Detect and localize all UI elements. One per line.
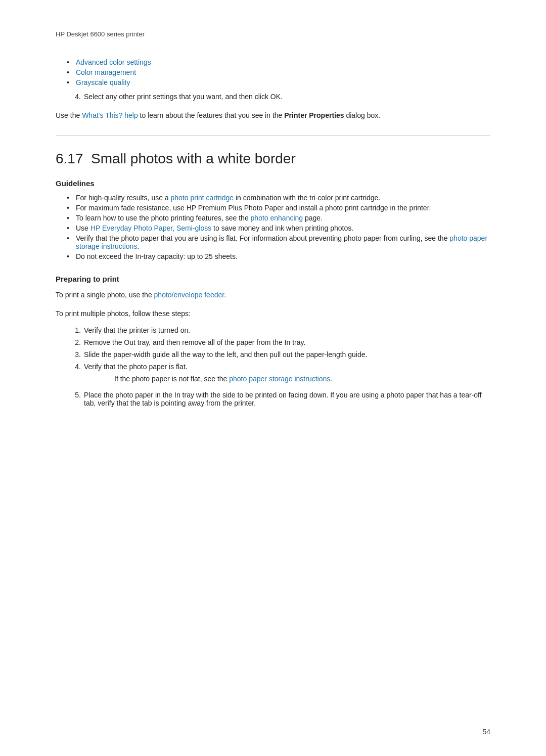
step-2-text: Remove the Out tray, and then remove all… bbox=[84, 338, 490, 346]
step-4-item: 4. Select any other print settings that … bbox=[71, 93, 490, 101]
step-4-number: 4. bbox=[71, 93, 81, 101]
guideline-item-4: Use HP Everyday Photo Paper, Semi-gloss … bbox=[76, 224, 490, 232]
whats-this-middle: to learn about the features that you see… bbox=[138, 111, 285, 119]
guideline-item-5: Verify that the photo paper that you are… bbox=[76, 234, 490, 250]
step-2-num: 2. bbox=[71, 338, 81, 346]
step-3: 3. Slide the paper-width guide all the w… bbox=[71, 350, 490, 359]
section-divider bbox=[56, 135, 490, 136]
photo-enhancing-link[interactable]: photo enhancing bbox=[251, 214, 303, 222]
guideline-6-text: Do not exceed the In-tray capacity: up t… bbox=[76, 252, 238, 260]
advanced-color-settings-link[interactable]: Advanced color settings bbox=[76, 58, 151, 66]
preparing-para-1-suffix: . bbox=[224, 291, 226, 299]
preparing-para-2: To print multiple photos, follow these s… bbox=[56, 308, 490, 319]
list-item-grayscale: Grayscale quality bbox=[76, 78, 490, 86]
list-item-advanced-color: Advanced color settings bbox=[76, 58, 490, 66]
preparing-para-1-prefix: To print a single photo, use the bbox=[56, 291, 154, 299]
guideline-4-prefix: Use bbox=[76, 224, 90, 232]
step-1: 1. Verify that the printer is turned on. bbox=[71, 326, 490, 334]
color-management-link[interactable]: Color management bbox=[76, 68, 136, 76]
step-5: 5. Place the photo paper in the In tray … bbox=[71, 391, 490, 407]
guideline-5-suffix: . bbox=[137, 242, 139, 250]
step-4-note: If the photo paper is not flat, see the … bbox=[114, 375, 490, 383]
step-4-num2: 4. bbox=[71, 363, 81, 387]
step-1-num: 1. bbox=[71, 326, 81, 334]
guideline-5-prefix: Verify that the photo paper that you are… bbox=[76, 234, 449, 242]
step-4: 4. Verify that the photo paper is flat. … bbox=[71, 363, 490, 387]
photo-envelope-feeder-link[interactable]: photo/envelope feeder bbox=[154, 291, 224, 299]
guideline-item-2: For maximum fade resistance, use HP Prem… bbox=[76, 204, 490, 212]
guideline-1-prefix: For high-quality results, use a bbox=[76, 194, 171, 202]
step-3-text: Slide the paper-width guide all the way … bbox=[84, 350, 490, 359]
preparing-heading: Preparing to print bbox=[56, 275, 490, 283]
preparing-para-1: To print a single photo, use the photo/e… bbox=[56, 289, 490, 300]
guideline-3-prefix: To learn how to use the photo printing f… bbox=[76, 214, 251, 222]
steps-list: 1. Verify that the printer is turned on.… bbox=[56, 326, 490, 407]
section-title: 6.17 Small photos with a white border bbox=[56, 151, 490, 167]
guideline-2-text: For maximum fade resistance, use HP Prem… bbox=[76, 204, 431, 212]
guideline-item-3: To learn how to use the photo printing f… bbox=[76, 214, 490, 222]
step-4-content: Verify that the photo paper is flat. If … bbox=[84, 363, 490, 387]
step-4-text: Select any other print settings that you… bbox=[84, 93, 490, 101]
step-2: 2. Remove the Out tray, and then remove … bbox=[71, 338, 490, 346]
guideline-4-suffix: to save money and ink when printing phot… bbox=[211, 224, 353, 232]
whats-this-paragraph: Use the What's This? help to learn about… bbox=[56, 110, 490, 121]
guidelines-heading: Guidelines bbox=[56, 179, 490, 188]
guidelines-list: For high-quality results, use a photo pr… bbox=[56, 194, 490, 260]
hp-everyday-link[interactable]: HP Everyday Photo Paper, Semi-gloss bbox=[90, 224, 211, 232]
flat-note-link[interactable]: photo paper storage instructions bbox=[229, 375, 330, 383]
page-number: 54 bbox=[482, 728, 490, 736]
step-1-text: Verify that the printer is turned on. bbox=[84, 326, 490, 334]
guideline-3-suffix: page. bbox=[303, 214, 323, 222]
page-header: HP Deskjet 6600 series printer bbox=[56, 30, 490, 38]
step-5-text: Place the photo paper in the In tray wit… bbox=[84, 391, 490, 407]
properties-bold: Properties bbox=[309, 111, 344, 119]
guideline-item-6: Do not exceed the In-tray capacity: up t… bbox=[76, 252, 490, 260]
list-item-color-management: Color management bbox=[76, 68, 490, 76]
printer-bold: Printer bbox=[284, 111, 307, 119]
photo-print-cartridge-link[interactable]: photo print cartridge bbox=[171, 194, 234, 202]
flat-note-prefix: If the photo paper is not flat, see the bbox=[114, 375, 229, 383]
step-4-main-text: Verify that the photo paper is flat. bbox=[84, 363, 188, 371]
intro-link-list: Advanced color settings Color management… bbox=[56, 58, 490, 86]
guideline-item-1: For high-quality results, use a photo pr… bbox=[76, 194, 490, 202]
step-3-num: 3. bbox=[71, 350, 81, 359]
step-5-num: 5. bbox=[71, 391, 81, 407]
whats-this-prefix: Use the bbox=[56, 111, 82, 119]
whats-this-suffix: dialog box. bbox=[344, 111, 381, 119]
flat-note-suffix: . bbox=[330, 375, 332, 383]
grayscale-quality-link[interactable]: Grayscale quality bbox=[76, 78, 130, 86]
guideline-1-suffix: in combination with the tri-color print … bbox=[234, 194, 380, 202]
whats-this-link[interactable]: What's This? help bbox=[82, 111, 138, 119]
